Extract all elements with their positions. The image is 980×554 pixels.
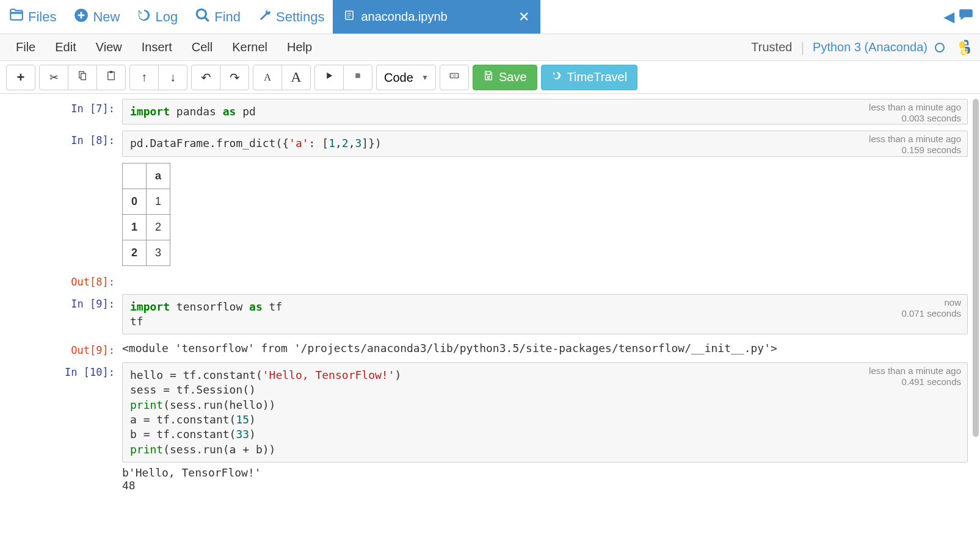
code-input[interactable]: less than a minute ago 0.159 seconds pd.… — [122, 131, 968, 156]
nav-new-label: New — [93, 9, 120, 25]
tab-title: anaconda.ipynb — [361, 10, 447, 24]
code-content: pd.DataFrame.from_dict({'a': [1,2,3]}) — [130, 136, 960, 151]
timetravel-button[interactable]: TimeTravel — [541, 65, 638, 90]
wrench-icon — [258, 8, 272, 26]
file-icon — [344, 10, 355, 24]
cell-timing: less than a minute ago 0.491 seconds — [869, 365, 961, 387]
separator: | — [800, 40, 804, 56]
keyboard-icon — [449, 70, 460, 84]
redo-icon: ↷ — [230, 70, 240, 85]
in-prompt: In [7]: — [12, 99, 122, 124]
trusted-label: Trusted — [751, 40, 792, 54]
history-icon — [137, 8, 151, 26]
chat-icon[interactable] — [958, 7, 974, 27]
file-tab[interactable]: anaconda.ipynb ✕ — [333, 0, 540, 34]
code-input[interactable]: less than a minute ago 0.003 seconds imp… — [122, 99, 968, 124]
kernel-name[interactable]: Python 3 (Anaconda) — [813, 40, 927, 54]
menu-kernel[interactable]: Kernel — [222, 40, 277, 54]
menu-cell[interactable]: Cell — [182, 40, 222, 54]
nav-find[interactable]: Find — [186, 7, 249, 27]
move-down-button[interactable]: ↓ — [158, 65, 187, 90]
svg-rect-6 — [110, 71, 113, 73]
nav-new[interactable]: New — [65, 7, 128, 27]
plus-circle-icon — [73, 7, 89, 27]
python-logo-icon — [956, 38, 974, 57]
menu-view[interactable]: View — [86, 40, 132, 54]
cut-button[interactable]: ✂ — [39, 65, 68, 90]
svg-rect-4 — [81, 73, 86, 80]
cell-output: <module 'tensorflow' from '/projects/ana… — [122, 340, 968, 354]
cell-output: a 01 12 23 — [122, 157, 968, 266]
cell-timing: less than a minute ago 0.159 seconds — [869, 134, 961, 156]
cell-timing: now 0.071 seconds — [901, 297, 961, 319]
font-small-button[interactable]: A — [253, 65, 282, 90]
out-prompt-row: Out[9]: <module 'tensorflow' from '/proj… — [12, 340, 968, 356]
copy-button[interactable] — [68, 65, 97, 90]
timetravel-label: TimeTravel — [567, 70, 628, 84]
code-content: hello = tf.constant('Hello, TensorFlow!'… — [130, 368, 960, 457]
arrow-up-icon: ↑ — [141, 70, 147, 84]
undo-button[interactable]: ↶ — [191, 65, 220, 90]
folder-icon — [9, 7, 24, 27]
toolbar: + ✂ ↑ ↓ ↶ ↷ A A Code Save TimeTravel — [0, 61, 980, 94]
scrollbar-thumb[interactable] — [973, 99, 979, 437]
nav-files-label: Files — [28, 9, 56, 25]
code-cell: In [10]: less than a minute ago 0.491 se… — [12, 362, 968, 492]
code-content: import pandas as pd — [130, 104, 960, 119]
code-input[interactable]: now 0.071 seconds import tensorflow as t… — [122, 294, 968, 335]
out-prompt: Out[8]: — [12, 272, 122, 288]
nav-log[interactable]: Log — [128, 8, 186, 26]
svg-rect-8 — [450, 73, 459, 78]
top-nav: Files New Log Find Settings anaconda.ipy… — [0, 0, 980, 34]
code-cell: In [7]: less than a minute ago 0.003 sec… — [12, 99, 968, 124]
save-label: Save — [499, 70, 527, 84]
stop-icon — [352, 70, 363, 84]
nav-find-label: Find — [214, 9, 241, 25]
paste-button[interactable] — [96, 65, 126, 90]
nav-settings[interactable]: Settings — [249, 8, 333, 26]
scrollbar[interactable] — [973, 99, 979, 549]
run-button[interactable] — [314, 65, 344, 90]
celltype-select[interactable]: Code — [376, 65, 436, 90]
svg-point-1 — [197, 9, 206, 18]
kernel-status-icon — [935, 43, 945, 52]
cell-output: b'Hello, TensorFlow!' 48 — [122, 462, 968, 492]
code-cell: In [8]: less than a minute ago 0.159 sec… — [12, 131, 968, 265]
menu-help[interactable]: Help — [277, 40, 322, 54]
save-icon — [483, 70, 494, 84]
menu-bar: File Edit View Insert Cell Kernel Help T… — [0, 34, 980, 61]
font-large-button[interactable]: A — [281, 65, 311, 90]
nav-files[interactable]: Files — [0, 7, 65, 27]
move-up-button[interactable]: ↑ — [129, 65, 159, 90]
menu-edit[interactable]: Edit — [45, 40, 85, 54]
arrow-down-icon: ↓ — [170, 70, 176, 84]
code-content: import tensorflow as tf tf — [130, 300, 960, 329]
cell-timing: less than a minute ago 0.003 seconds — [869, 102, 961, 124]
menu-insert[interactable]: Insert — [132, 40, 182, 54]
redo-button[interactable]: ↷ — [220, 65, 249, 90]
save-button[interactable]: Save — [473, 65, 537, 90]
scissors-icon: ✂ — [49, 71, 59, 84]
in-prompt: In [10]: — [12, 362, 122, 492]
insert-cell-button[interactable]: + — [6, 65, 35, 90]
stop-button[interactable] — [343, 65, 372, 90]
notebook-area[interactable]: In [7]: less than a minute ago 0.003 sec… — [0, 94, 980, 554]
out-prompt: Out[9]: — [12, 340, 122, 356]
paste-icon — [106, 70, 117, 84]
nav-settings-label: Settings — [276, 9, 325, 25]
in-prompt: In [8]: — [12, 131, 122, 265]
search-icon — [195, 7, 211, 27]
svg-rect-5 — [108, 72, 115, 80]
in-prompt: In [9]: — [12, 294, 122, 335]
close-icon[interactable]: ✕ — [518, 9, 529, 25]
menu-file[interactable]: File — [6, 40, 45, 54]
plus-icon: + — [17, 70, 25, 85]
font-large-icon: A — [291, 69, 301, 85]
out-prompt-row: Out[8]: — [12, 272, 968, 288]
play-icon — [324, 70, 335, 84]
code-input[interactable]: less than a minute ago 0.491 seconds hel… — [122, 362, 968, 462]
expand-arrow-icon[interactable]: ◀ — [944, 9, 954, 25]
keyboard-button[interactable] — [440, 65, 469, 90]
svg-rect-7 — [355, 73, 360, 78]
code-cell: In [9]: now 0.071 seconds import tensorf… — [12, 294, 968, 335]
